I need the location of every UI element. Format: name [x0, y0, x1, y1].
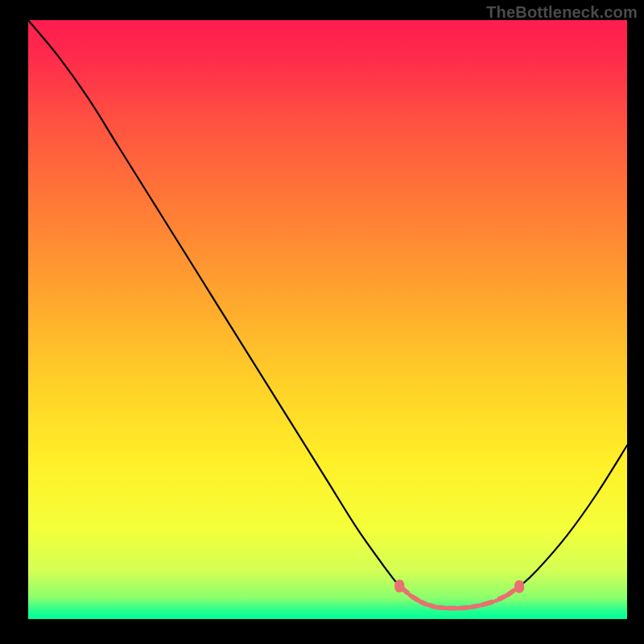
marker-dot — [513, 588, 517, 592]
marker-dash — [430, 605, 434, 606]
marker-dash — [412, 597, 417, 600]
chart-svg — [28, 20, 627, 619]
plot-area — [28, 20, 627, 619]
chart-container: TheBottleneck.com — [0, 0, 644, 644]
marker-dash — [473, 606, 477, 607]
marker-dash — [508, 591, 513, 594]
marker-dash — [460, 608, 467, 609]
marker-dash — [482, 602, 492, 605]
marker-dash — [499, 597, 504, 599]
watermark: TheBottleneck.com — [486, 3, 638, 22]
marker-dash — [421, 602, 426, 605]
gradient-background — [28, 20, 627, 619]
marker-dash — [438, 607, 444, 608]
